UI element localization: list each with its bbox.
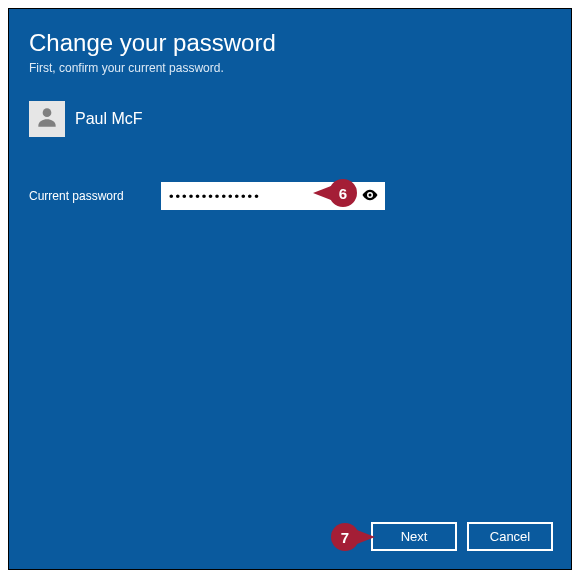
user-icon [34,104,60,134]
next-button[interactable]: Next [371,522,457,551]
password-label: Current password [29,189,149,203]
dialog-buttons: Next Cancel [371,522,553,551]
svg-point-1 [369,193,372,196]
page-subtitle: First, confirm your current password. [9,61,571,95]
cancel-button[interactable]: Cancel [467,522,553,551]
user-name: Paul McF [75,110,143,128]
avatar [29,101,65,137]
callout-6: 6 [329,179,357,207]
svg-point-0 [43,108,52,117]
callout-7: 7 [331,523,359,551]
password-reveal-button[interactable] [359,185,381,207]
page-title: Change your password [9,9,571,61]
eye-icon [361,186,379,207]
change-password-dialog: Change your password First, confirm your… [8,8,572,570]
password-field-row: Current password [9,157,571,210]
user-row: Paul McF [9,95,571,157]
